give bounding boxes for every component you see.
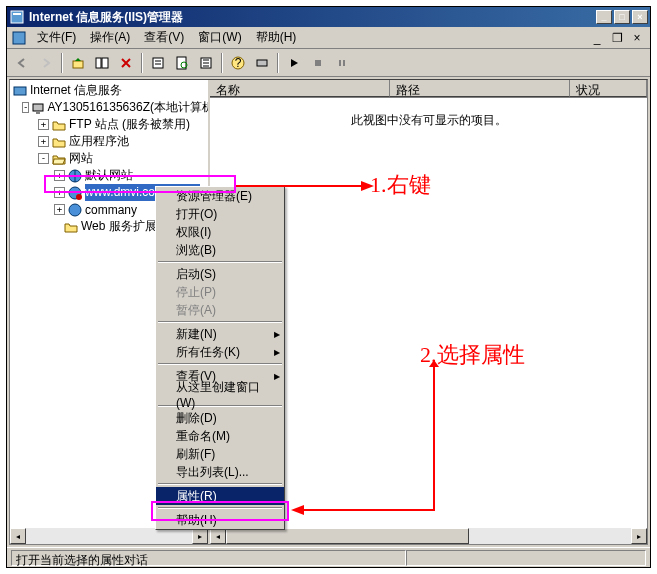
tree-apppool-label: 应用程序池 [69, 133, 129, 150]
iis-manager-window: Internet 信息服务(IIS)管理器 _ □ × 文件(F) 操作(A) … [6, 6, 651, 568]
export-list-button[interactable] [195, 52, 217, 74]
window-buttons: _ □ × [596, 10, 648, 24]
content-area: Internet 信息服务 - AY130516135636Z(本地计算机 + … [9, 79, 648, 545]
tree-site-default-label: 默认网站 [85, 167, 133, 184]
svg-rect-19 [33, 104, 43, 111]
list-header: 名称 路径 状况 [210, 80, 647, 98]
menu-window[interactable]: 窗口(W) [192, 27, 247, 48]
folder-icon [63, 219, 79, 235]
minimize-button[interactable]: _ [596, 10, 612, 24]
svg-rect-2 [13, 32, 25, 44]
back-button[interactable] [11, 52, 33, 74]
menu-view[interactable]: 查看(V) [138, 27, 190, 48]
menu-action[interactable]: 操作(A) [84, 27, 136, 48]
ctx-new-window[interactable]: 从这里创建窗口(W) [156, 385, 284, 403]
expand-icon[interactable]: + [54, 204, 65, 215]
tree-hscrollbar[interactable]: ◂ ▸ [10, 528, 208, 544]
website-stopped-icon [67, 185, 83, 201]
ctx-delete[interactable]: 删除(D) [156, 409, 284, 427]
scroll-thumb[interactable] [226, 528, 469, 544]
menu-help[interactable]: 帮助(H) [250, 27, 303, 48]
website-icon [67, 168, 83, 184]
tree-ftp-label: FTP 站点 (服务被禁用) [69, 116, 190, 133]
statusbar: 打开当前选择的属性对话 [7, 547, 650, 567]
ctx-pause: 暂停(A) [156, 301, 284, 319]
svg-rect-17 [343, 60, 345, 66]
col-status[interactable]: 状况 [570, 80, 647, 97]
ctx-export-list[interactable]: 导出列表(L)... [156, 463, 284, 481]
expand-icon[interactable]: + [54, 187, 65, 198]
up-button[interactable] [67, 52, 89, 74]
svg-rect-20 [36, 112, 40, 114]
context-menu: 资源管理器(E) 打开(O) 权限(I) 浏览(B) 启动(S) 停止(P) 暂… [155, 186, 285, 530]
delete-button[interactable] [115, 52, 137, 74]
titlebar: Internet 信息服务(IIS)管理器 _ □ × [7, 7, 650, 27]
submenu-arrow-icon: ▶ [274, 372, 280, 381]
website-icon [67, 202, 83, 218]
svg-rect-14 [257, 60, 267, 66]
folder-icon [51, 117, 67, 133]
tree-root[interactable]: Internet 信息服务 [12, 82, 206, 99]
iis-root-icon [12, 83, 28, 99]
svg-rect-1 [13, 13, 21, 15]
tree-computer[interactable]: - AY130516135636Z(本地计算机 [12, 99, 206, 116]
connect-button[interactable] [251, 52, 273, 74]
tree-apppool[interactable]: + 应用程序池 [12, 133, 206, 150]
collapse-icon[interactable]: - [22, 102, 29, 113]
ctx-start[interactable]: 启动(S) [156, 265, 284, 283]
expand-icon[interactable]: + [54, 170, 65, 181]
ctx-rename[interactable]: 重命名(M) [156, 427, 284, 445]
tree-websites[interactable]: - 网站 [12, 150, 206, 167]
menu-file[interactable]: 文件(F) [31, 27, 82, 48]
collapse-icon[interactable]: - [38, 153, 49, 164]
status-cell-2 [406, 550, 646, 566]
properties-button[interactable] [147, 52, 169, 74]
show-hide-tree-button[interactable] [91, 52, 113, 74]
expand-icon[interactable]: + [38, 136, 49, 147]
ctx-refresh[interactable]: 刷新(F) [156, 445, 284, 463]
ctx-browse[interactable]: 浏览(B) [156, 241, 284, 259]
toolbar: ? [7, 49, 650, 77]
status-text: 打开当前选择的属性对话 [11, 550, 406, 566]
svg-rect-5 [102, 58, 108, 68]
svg-point-23 [76, 194, 82, 200]
help-button[interactable]: ? [227, 52, 249, 74]
ctx-all-tasks[interactable]: 所有任务(K)▶ [156, 343, 284, 361]
svg-text:?: ? [235, 56, 242, 70]
mdi-close-button[interactable]: × [628, 30, 646, 46]
pause-button[interactable] [331, 52, 353, 74]
svg-rect-15 [315, 60, 321, 66]
col-path[interactable]: 路径 [390, 80, 570, 97]
ctx-permissions[interactable]: 权限(I) [156, 223, 284, 241]
tree-webext-label: Web 服务扩展 [81, 218, 157, 235]
ctx-explorer[interactable]: 资源管理器(E) [156, 187, 284, 205]
maximize-button[interactable]: □ [614, 10, 630, 24]
scroll-left-button[interactable]: ◂ [10, 528, 26, 544]
scroll-left-button[interactable]: ◂ [210, 528, 226, 544]
tree-ftp[interactable]: + FTP 站点 (服务被禁用) [12, 116, 206, 133]
refresh-button[interactable] [171, 52, 193, 74]
scroll-right-button[interactable]: ▸ [631, 528, 647, 544]
ctx-properties[interactable]: 属性(R) [156, 487, 284, 505]
stop-button[interactable] [307, 52, 329, 74]
window-title: Internet 信息服务(IIS)管理器 [29, 9, 596, 26]
list-hscrollbar[interactable]: ◂ ▸ [210, 528, 647, 544]
mdi-minimize-button[interactable]: _ [588, 30, 606, 46]
expand-icon[interactable]: + [38, 119, 49, 130]
ctx-open[interactable]: 打开(O) [156, 205, 284, 223]
app-icon [9, 9, 25, 25]
forward-button[interactable] [35, 52, 57, 74]
play-button[interactable] [283, 52, 305, 74]
svg-point-24 [69, 204, 81, 216]
ctx-help[interactable]: 帮助(H) [156, 511, 284, 529]
mmc-icon [11, 30, 27, 46]
scroll-right-button[interactable]: ▸ [192, 528, 208, 544]
mdi-restore-button[interactable]: ❐ [608, 30, 626, 46]
tree-websites-label: 网站 [69, 150, 93, 167]
ctx-new[interactable]: 新建(N)▶ [156, 325, 284, 343]
close-button[interactable]: × [632, 10, 648, 24]
col-name[interactable]: 名称 [210, 80, 390, 97]
tree-root-label: Internet 信息服务 [30, 82, 122, 99]
tree-site-default[interactable]: + 默认网站 [12, 167, 206, 184]
computer-icon [31, 100, 45, 116]
